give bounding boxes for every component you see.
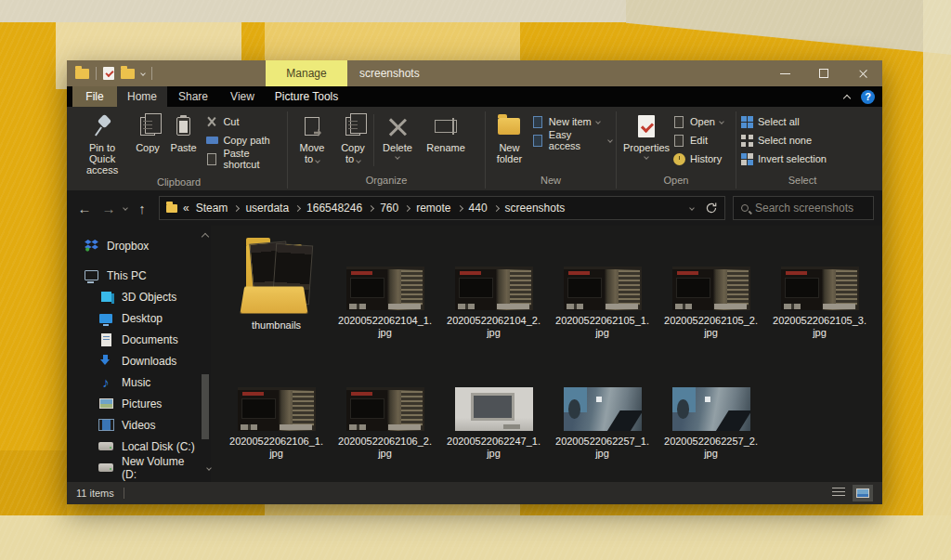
chevron-right-icon[interactable]: [233, 204, 240, 211]
properties-label: Properties: [623, 142, 670, 153]
open-icon: [674, 116, 684, 128]
pictures-icon: [98, 397, 113, 411]
new-folder-icon: [498, 118, 520, 135]
sidebar-item-music[interactable]: ♪ Music: [67, 371, 211, 393]
sidebar-item-documents[interactable]: Documents: [67, 329, 211, 350]
ribbon-group-organize: Move to Copy to Delete Rename Organize: [288, 110, 485, 190]
address-dropdown-chevron-icon[interactable]: [689, 205, 695, 211]
easy-access-button[interactable]: Easy access: [531, 133, 612, 148]
sidebar-item-pictures[interactable]: Pictures: [67, 393, 211, 414]
open-button[interactable]: Open: [672, 114, 723, 129]
move-to-button[interactable]: Move to: [292, 112, 332, 165]
chevron-down-icon[interactable]: [140, 71, 146, 76]
tab-view[interactable]: View: [219, 86, 266, 107]
chevron-right-icon[interactable]: [404, 204, 410, 211]
downloads-icon: [98, 354, 113, 369]
manage-contextual-tab[interactable]: Manage: [266, 60, 347, 86]
chevron-right-icon[interactable]: [368, 204, 374, 211]
paste-button[interactable]: Paste: [165, 112, 202, 154]
breadcrumb-item[interactable]: remote: [416, 202, 450, 215]
scroll-up-icon[interactable]: [202, 233, 209, 241]
file-item[interactable]: 20200522062106_1.jpg: [222, 354, 331, 475]
large-icons-view-button[interactable]: [853, 485, 873, 501]
quick-access-toolbar: [67, 67, 152, 80]
tab-home[interactable]: Home: [117, 86, 167, 107]
file-item[interactable]: 20200522062257_1.jpg: [548, 354, 657, 475]
file-list: thumbnails 20200522062104_1.jpg 20200522…: [211, 226, 882, 482]
rename-button[interactable]: Rename: [421, 112, 471, 154]
sidebar-item-label: 3D Objects: [122, 291, 176, 304]
cut-button[interactable]: Cut: [205, 114, 283, 129]
copy-button[interactable]: Copy: [130, 112, 165, 154]
breadcrumb-item[interactable]: 166548246: [306, 202, 362, 215]
edit-button[interactable]: Edit: [672, 133, 723, 148]
file-name: 20200522062104_1.jpg: [338, 315, 433, 339]
delete-button[interactable]: Delete: [374, 112, 421, 160]
paste-shortcut-button[interactable]: Paste shortcut: [205, 151, 283, 166]
collapse-ribbon-icon[interactable]: [843, 94, 851, 101]
tab-file[interactable]: File: [72, 86, 117, 107]
breadcrumb-item[interactable]: Steam: [196, 202, 228, 215]
sidebar-scrollbar[interactable]: [201, 228, 210, 480]
breadcrumb-overflow[interactable]: «: [183, 202, 189, 215]
sidebar-item-downloads[interactable]: Downloads: [67, 350, 211, 371]
tab-picture-tools[interactable]: Picture Tools: [266, 86, 347, 107]
new-item-button[interactable]: New item: [531, 114, 612, 129]
breadcrumb-item[interactable]: userdata: [245, 202, 289, 215]
breadcrumb-item[interactable]: 760: [380, 202, 398, 215]
properties-button[interactable]: Properties: [620, 112, 672, 160]
refresh-icon[interactable]: [705, 202, 718, 215]
copy-path-button[interactable]: Copy path: [205, 133, 283, 148]
sidebar-item-desktop[interactable]: Desktop: [67, 307, 211, 329]
new-folder-button[interactable]: New folder: [489, 112, 529, 165]
back-icon[interactable]: ←: [75, 201, 94, 216]
search-input[interactable]: Search screenshots: [733, 196, 874, 220]
file-name: thumbnails: [229, 319, 324, 332]
forward-icon[interactable]: →: [99, 201, 118, 216]
help-icon[interactable]: ?: [861, 90, 875, 104]
properties-icon[interactable]: [103, 67, 114, 80]
file-item[interactable]: 20200522062247_1.jpg: [439, 354, 548, 475]
desktop-icon: [98, 311, 113, 326]
copy-to-button[interactable]: Copy to: [332, 112, 373, 165]
tab-share[interactable]: Share: [167, 86, 219, 107]
chevron-right-icon[interactable]: [294, 204, 301, 211]
title-bar[interactable]: Manage screenshots: [67, 60, 882, 86]
select-all-button[interactable]: Select all: [740, 114, 827, 129]
details-view-icon[interactable]: [832, 488, 845, 499]
maximize-button[interactable]: [804, 60, 843, 86]
file-item[interactable]: 20200522062104_1.jpg: [331, 233, 439, 354]
sidebar-item-this-pc[interactable]: This PC: [67, 265, 211, 286]
sidebar-item-new-volume-d[interactable]: New Volume (D:: [67, 457, 211, 478]
close-button[interactable]: [843, 60, 882, 86]
file-item[interactable]: 20200522062105_3.jpg: [765, 233, 874, 354]
select-none-button[interactable]: Select none: [740, 133, 827, 148]
minimize-button[interactable]: [765, 60, 804, 86]
history-button[interactable]: History: [672, 151, 723, 166]
file-item[interactable]: 20200522062106_2.jpg: [331, 354, 439, 475]
group-label-open: Open: [617, 175, 736, 190]
file-explorer-window: Manage screenshots File Home Share View …: [67, 60, 882, 504]
recent-locations-chevron-icon[interactable]: [123, 205, 128, 211]
scrollbar-thumb[interactable]: [202, 374, 209, 440]
new-folder-icon[interactable]: [121, 69, 135, 79]
divider: [96, 67, 97, 80]
file-item[interactable]: 20200522062104_2.jpg: [439, 233, 548, 354]
file-item[interactable]: 20200522062257_2.jpg: [657, 354, 765, 475]
breadcrumb-item[interactable]: 440: [469, 202, 488, 215]
file-item[interactable]: 20200522062105_1.jpg: [548, 233, 657, 354]
chevron-right-icon[interactable]: [493, 204, 500, 211]
file-item-folder[interactable]: thumbnails: [222, 233, 331, 354]
breadcrumb-item[interactable]: screenshots: [505, 202, 566, 215]
invert-selection-button[interactable]: Invert selection: [740, 151, 827, 166]
address-bar[interactable]: « Steam userdata 166548246 760 remote 44…: [159, 196, 725, 220]
file-item[interactable]: 20200522062105_2.jpg: [657, 233, 765, 354]
pin-to-quick-access-button[interactable]: Pin to Quick access: [74, 112, 130, 176]
sidebar-item-3d-objects[interactable]: 3D Objects: [67, 286, 211, 307]
sidebar-item-dropbox[interactable]: Dropbox: [67, 235, 211, 256]
rename-icon: [435, 120, 457, 133]
chevron-right-icon[interactable]: [457, 204, 463, 211]
sidebar-item-videos[interactable]: Videos: [67, 414, 211, 436]
up-icon[interactable]: ↑: [133, 201, 151, 216]
folder-icon[interactable]: [75, 69, 89, 79]
